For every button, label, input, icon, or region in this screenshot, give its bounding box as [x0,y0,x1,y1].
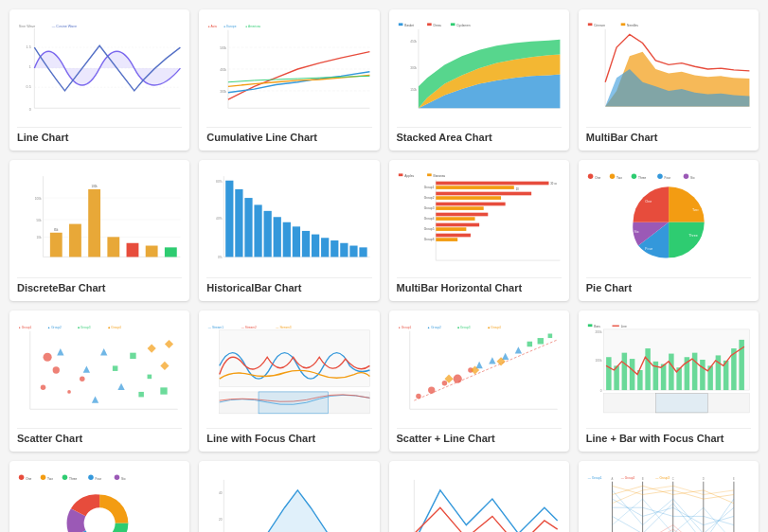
svg-text:B: B [641,477,643,481]
svg-rect-176 [669,354,674,391]
svg-text:Group6: Group6 [423,238,434,241]
svg-rect-59 [236,189,243,257]
card-line-bar-focus[interactable]: Bars Line [579,310,759,452]
svg-point-110 [683,173,688,179]
card-line2[interactable]: Line Chart 2 [389,461,569,532]
svg-text:100k: 100k [595,359,601,363]
chart-parallel: — Group1 — Group2 — Group3 A B C D E [586,469,751,532]
svg-rect-133 [113,365,118,371]
svg-text:● Group1: ● Group1 [19,326,32,329]
svg-marker-158 [501,353,508,360]
svg-point-153 [441,381,447,386]
card-donut[interactable]: One Two Three Four Six Donut Chart [9,461,189,532]
svg-rect-136 [160,387,167,394]
chart-scatter-line: ● Group1 ▲ Group2 ■ Group3 ◆ Group4 [397,318,562,422]
card-stacked-area[interactable]: Basket Dress Cyclamen 450k 300k 150k Sta… [389,9,569,151]
chart-line-bar-focus: Bars Line [586,318,751,422]
card-pie[interactable]: One Two Three Four Six Two Three Fou [579,160,759,301]
svg-rect-63 [274,217,281,257]
svg-rect-48 [127,243,139,257]
svg-text:● Group1: ● Group1 [398,326,411,329]
svg-rect-84 [436,186,514,189]
label-scatter-line: Scatter + Line Chart [397,428,562,444]
svg-point-199 [115,474,120,480]
svg-marker-130 [100,348,107,355]
svg-marker-156 [475,362,482,368]
svg-text:80%: 80% [216,180,223,184]
svg-text:Group4: Group4 [423,217,434,221]
card-scatter-line[interactable]: ● Group1 ▲ Group2 ■ Group3 ◆ Group4 [389,310,569,452]
svg-rect-96 [436,227,466,231]
svg-rect-76 [398,173,402,176]
svg-text:Crimson: Crimson [594,24,605,27]
svg-text:A: A [611,477,613,481]
chart-scatter: ● Group1 ▲ Group2 ■ Group3 ◆ Group4 [17,318,182,422]
svg-text:Two: Two [692,208,699,212]
svg-rect-50 [165,247,177,257]
card-area-partial[interactable]: 40 20 10 Area Chart [199,461,379,532]
svg-text:— Group3: — Group3 [655,476,670,480]
card-multibar-horizontal[interactable]: Apples Bananas Group1 Group2 Group3 [389,160,569,301]
svg-line-150 [414,340,557,400]
svg-text:Basket: Basket [404,24,414,27]
svg-rect-35 [620,23,625,26]
svg-text:— Stream1: — Stream1 [208,326,223,329]
svg-rect-137 [138,392,144,398]
svg-text:One: One [26,477,31,481]
card-discretebar[interactable]: 100k 50k 10k 85k 100k DiscreteBar Chart [9,160,189,301]
svg-text:— Cosine Wave: — Cosine Wave [52,25,77,28]
chart-pie: One Two Three Four Six Two Three Fou [586,168,751,272]
svg-text:30 xx: 30 xx [550,182,557,186]
svg-rect-173 [645,348,651,390]
svg-text:10k: 10k [37,236,43,239]
card-historicalbar[interactable]: 80% 40% 0% HistoricalBar Chart [199,160,379,301]
svg-rect-66 [302,231,310,257]
svg-rect-135 [148,375,152,380]
svg-point-125 [67,390,71,394]
card-line-chart[interactable]: Sine Wave — Cosine Wave 0 0.5 1 1.5 [9,9,189,151]
svg-rect-162 [547,333,552,338]
chart-historicalbar: 80% 40% 0% [206,168,371,272]
svg-text:● Americas: ● Americas [246,25,261,28]
chart-discretebar: 100k 50k 10k 85k 100k [17,168,182,272]
svg-text:0: 0 [599,389,601,393]
card-parallel[interactable]: — Group1 — Group2 — Group3 A B C D E [579,461,759,532]
svg-text:Cyclamen: Cyclamen [456,24,470,27]
svg-rect-78 [427,173,432,176]
chart-stacked-area: Basket Dress Cyclamen 450k 300k 150k [397,17,562,121]
chart-area-partial: 40 20 10 [206,469,371,532]
svg-text:One: One [595,176,600,180]
svg-rect-180 [700,360,705,390]
svg-rect-168 [606,357,612,390]
svg-text:▲ Group2: ▲ Group2 [47,326,62,329]
svg-rect-95 [436,223,479,227]
card-scatter[interactable]: ● Group1 ▲ Group2 ■ Group3 ◆ Group4 [9,310,189,452]
svg-point-152 [428,386,435,393]
svg-text:300k: 300k [220,90,226,94]
svg-text:Group3: Group3 [423,206,434,210]
svg-point-193 [41,474,46,480]
svg-text:1.5: 1.5 [27,45,31,49]
svg-text:One: One [645,200,652,204]
svg-point-123 [41,385,46,391]
svg-marker-129 [83,365,90,372]
svg-rect-70 [340,243,348,257]
svg-point-151 [416,394,421,399]
svg-text:300k: 300k [410,66,417,70]
label-discretebar: DiscreteBar Chart [17,277,182,293]
label-stacked-area: Stacked Area Chart [397,127,562,143]
chart-line-chart: Sine Wave — Cosine Wave 0 0.5 1 1.5 [17,17,182,121]
svg-rect-175 [661,364,667,391]
svg-rect-87 [436,196,501,200]
card-line-focus[interactable]: — Stream1 — Stream2 — Stream3 Line with … [199,310,379,452]
svg-point-108 [657,173,663,179]
svg-text:— Group2: — Group2 [620,476,634,480]
svg-text:40%: 40% [216,217,223,221]
card-cumulative-chart[interactable]: ● Asia ● Europe ● Americas 500k 400k 300… [199,9,379,151]
svg-text:C: C [671,477,673,481]
label-line-bar-focus: Line + Bar with Focus Chart [586,428,751,444]
chart-donut: One Two Three Four Six [17,469,182,532]
svg-point-104 [610,173,616,179]
svg-text:◆ Group4: ◆ Group4 [488,326,501,329]
card-multibar[interactable]: Crimson Needles MultiBar Chart [579,9,759,151]
